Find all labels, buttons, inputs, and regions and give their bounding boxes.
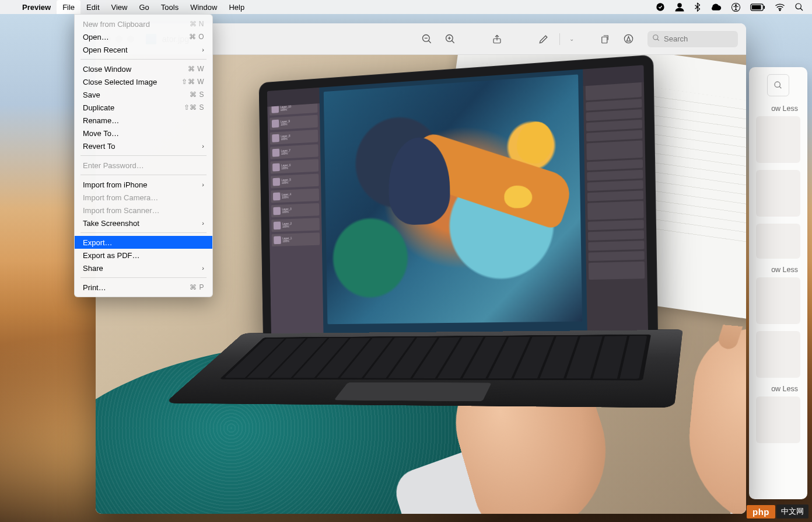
file-menu-dropdown[interactable]: New from Clipboard⌘ NOpen…⌘ OOpen Recent… xyxy=(74,14,213,297)
chevron-right-icon: › xyxy=(202,181,204,188)
menu-edit[interactable]: Edit xyxy=(80,0,105,14)
svg-point-22 xyxy=(796,4,801,9)
menu-item-export[interactable]: Export… xyxy=(75,236,212,249)
menu-item-open[interactable]: Open…⌘ O xyxy=(75,30,212,43)
menu-item-print[interactable]: Print…⌘ P xyxy=(75,281,212,294)
app-menu[interactable]: Preview xyxy=(16,3,57,12)
menu-item-import-from-camera: Import from Camera… xyxy=(75,191,212,204)
chevron-right-icon: › xyxy=(202,46,204,53)
svg-line-13 xyxy=(657,39,659,40)
share-button[interactable] xyxy=(488,30,506,48)
menu-item-share[interactable]: Share› xyxy=(75,262,212,274)
watermark: php 中文网 xyxy=(747,504,808,518)
search-icon[interactable] xyxy=(767,74,789,96)
menu-item-rename[interactable]: Rename… xyxy=(75,114,212,127)
menu-item-close-selected-image[interactable]: Close Selected Image⇧⌘ W xyxy=(75,75,212,88)
menu-tools[interactable]: Tools xyxy=(155,0,184,14)
toolbar-search[interactable] xyxy=(648,31,738,47)
menu-item-close-window[interactable]: Close Window⌘ W xyxy=(75,62,212,75)
cloud-icon[interactable] xyxy=(710,3,722,11)
menu-window[interactable]: Window xyxy=(184,0,223,14)
menu-bar[interactable]: Preview FileEditViewGoToolsWindowHelp xyxy=(0,0,812,14)
svg-rect-19 xyxy=(752,5,761,9)
menu-view[interactable]: View xyxy=(106,0,134,14)
chevron-right-icon: › xyxy=(202,142,204,149)
user-icon[interactable] xyxy=(674,2,685,12)
menu-item-take-screenshot[interactable]: Take Screenshot› xyxy=(75,217,212,229)
svg-rect-20 xyxy=(764,5,765,9)
svg-point-0 xyxy=(775,82,780,87)
menu-item-new-from-clipboard: New from Clipboard⌘ N xyxy=(75,18,212,30)
spotlight-icon[interactable] xyxy=(794,2,804,12)
accessibility-icon[interactable] xyxy=(731,2,741,12)
rotate-button[interactable] xyxy=(596,30,614,48)
svg-point-17 xyxy=(735,4,736,5)
menu-item-import-from-scanner: Import from Scanner… xyxy=(75,204,212,217)
menu-go[interactable]: Go xyxy=(133,0,155,14)
menu-item-save[interactable]: Save⌘ S xyxy=(75,88,212,101)
svg-point-14 xyxy=(656,3,664,11)
chevron-right-icon: › xyxy=(202,265,204,272)
menu-help[interactable]: Help xyxy=(223,0,250,14)
menu-item-move-to[interactable]: Move To… xyxy=(75,127,212,140)
zoom-in-button[interactable] xyxy=(442,30,459,48)
search-input[interactable] xyxy=(664,34,733,43)
menu-item-export-as-pdf[interactable]: Export as PDF… xyxy=(75,249,212,262)
show-less-link[interactable]: ow Less xyxy=(758,105,798,113)
svg-point-12 xyxy=(653,34,658,39)
chevron-down-icon[interactable]: ⌄ xyxy=(567,36,576,42)
svg-line-8 xyxy=(452,40,454,43)
battery-icon[interactable] xyxy=(750,4,765,11)
chevron-right-icon: › xyxy=(202,220,204,227)
menu-file[interactable]: File xyxy=(57,0,80,14)
menu-item-enter-password: Enter Password… xyxy=(75,159,212,172)
info-button[interactable] xyxy=(620,30,637,48)
show-less-link[interactable]: ow Less xyxy=(758,385,798,393)
show-less-link[interactable]: ow Less xyxy=(758,266,798,274)
bluetooth-icon[interactable] xyxy=(694,2,701,12)
zoom-out-button[interactable] xyxy=(418,30,436,48)
markup-button[interactable] xyxy=(535,30,552,48)
menu-item-revert-to[interactable]: Revert To› xyxy=(75,140,212,152)
wifi-icon[interactable] xyxy=(775,3,785,11)
svg-point-15 xyxy=(677,3,682,8)
status-check-icon[interactable] xyxy=(656,2,665,12)
svg-point-21 xyxy=(779,9,780,11)
svg-rect-10 xyxy=(602,37,607,43)
svg-line-23 xyxy=(800,8,803,11)
background-window: ow Less ow Less ow Less xyxy=(749,67,807,499)
menu-item-import-from-iphone[interactable]: Import from iPhone› xyxy=(75,178,212,191)
menu-item-duplicate[interactable]: Duplicate⇧⌘ S xyxy=(75,101,212,114)
svg-line-4 xyxy=(429,40,431,43)
svg-line-1 xyxy=(779,86,781,88)
search-icon xyxy=(652,34,660,44)
menu-item-open-recent[interactable]: Open Recent› xyxy=(75,43,212,56)
